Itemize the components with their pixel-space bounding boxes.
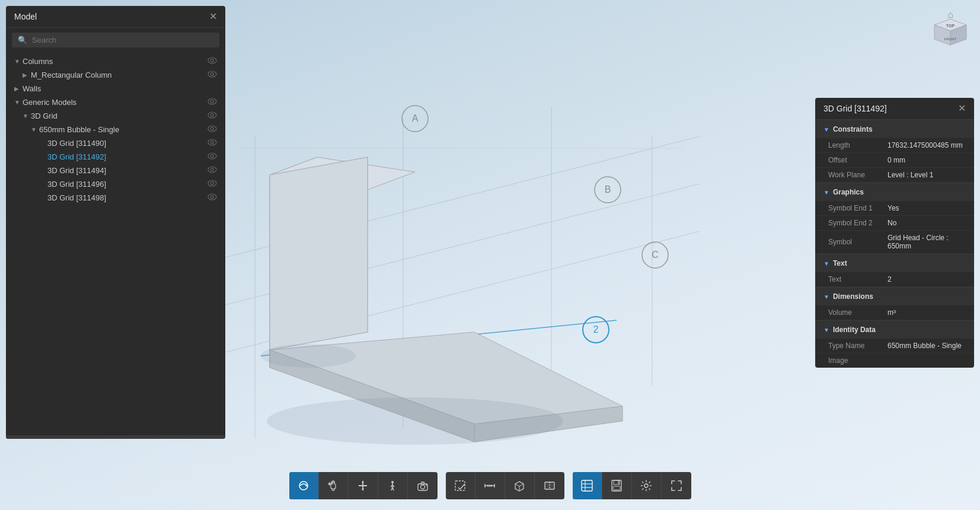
tree-item-grid-311498[interactable]: 3D Grid [311498]: [6, 191, 225, 205]
svg-point-68: [426, 485, 427, 486]
eye-icon[interactable]: [208, 111, 217, 120]
tree-item-label: Walls: [23, 84, 41, 93]
section-label: Graphics: [833, 188, 864, 196]
prop-label: Length: [828, 141, 888, 149]
tree-item-3d-grid[interactable]: ▼3D Grid: [6, 109, 225, 123]
fullscreen-button[interactable]: [662, 472, 691, 499]
slice-button[interactable]: [535, 472, 564, 499]
prop-label: Image: [828, 356, 888, 365]
right-panel-close-icon[interactable]: ✕: [958, 104, 966, 113]
tree-item-grid-311494[interactable]: 3D Grid [311494]: [6, 164, 225, 177]
section-header-constraints[interactable]: ▼Constraints: [815, 120, 974, 138]
search-input[interactable]: [32, 36, 213, 44]
tree-item-label: Columns: [23, 57, 53, 66]
right-panel: 3D Grid [311492] ✕ ▼ConstraintsLength176…: [815, 98, 974, 368]
svg-point-40: [208, 112, 216, 118]
tree-item-walls[interactable]: ▶Walls: [6, 82, 225, 95]
svg-point-45: [211, 141, 214, 144]
svg-point-67: [420, 485, 424, 489]
section-label: Constraints: [833, 125, 873, 133]
tree-caret: ▼: [14, 58, 23, 65]
toolbar-group-tools: [446, 472, 564, 499]
section-header-identity-data[interactable]: ▼Identity Data: [815, 320, 974, 339]
tree-caret: ▶: [14, 85, 23, 92]
svg-point-36: [208, 71, 216, 77]
settings-button[interactable]: [632, 472, 662, 499]
bottom-toolbar: [289, 472, 691, 499]
svg-point-48: [208, 167, 216, 173]
svg-line-76: [515, 484, 519, 486]
svg-point-51: [211, 182, 214, 185]
prop-value: 2: [888, 275, 966, 283]
svg-text:B: B: [605, 184, 611, 195]
measure-button[interactable]: [475, 472, 505, 499]
left-panel: Model ✕ 🔍 ▼Columns▶M_Rectangular Column▶…: [6, 6, 225, 439]
svg-point-27: [261, 344, 356, 368]
tree-item-label: 3D Grid [311496]: [47, 180, 106, 189]
prop-row: Length17632.1475000485 mm: [815, 138, 974, 153]
tree-item-grid-311492[interactable]: 3D Grid [311492]: [6, 150, 225, 164]
prop-label: Volume: [828, 308, 888, 317]
tree-item-label: M_Rectangular Column: [31, 71, 112, 79]
prop-label: Offset: [828, 156, 888, 164]
section-caret: ▼: [823, 189, 829, 196]
prop-label: Text: [828, 275, 888, 283]
svg-point-34: [208, 58, 216, 63]
section-caret: ▼: [823, 126, 829, 133]
camera-button[interactable]: [408, 472, 438, 499]
tree-item-grid-311490[interactable]: 3D Grid [311490]: [6, 136, 225, 150]
eye-icon[interactable]: [208, 57, 217, 66]
section-box-button[interactable]: [505, 472, 535, 499]
section-header-graphics[interactable]: ▼Graphics: [815, 183, 974, 201]
panel-title: Model: [14, 12, 37, 21]
svg-marker-58: [362, 480, 364, 483]
pan-button[interactable]: [319, 472, 349, 499]
tree-item-m-rect-col[interactable]: ▶M_Rectangular Column: [6, 68, 225, 82]
tree-item-columns[interactable]: ▼Columns: [6, 55, 225, 68]
eye-icon[interactable]: [208, 125, 217, 134]
prop-label: Type Name: [828, 342, 888, 350]
tree-item-grid-311496[interactable]: 3D Grid [311496]: [6, 177, 225, 191]
view-cube[interactable]: ⌂ TOP FRONT: [930, 6, 971, 47]
prop-label: Symbol: [828, 238, 888, 246]
tree-caret: ▼: [14, 99, 23, 106]
eye-icon[interactable]: [208, 152, 217, 161]
eye-icon[interactable]: [208, 180, 217, 189]
tree-item-650-bubble[interactable]: ▼650mm Bubble - Single: [6, 123, 225, 136]
svg-point-39: [211, 100, 214, 103]
eye-icon[interactable]: [208, 139, 217, 148]
eye-icon[interactable]: [208, 166, 217, 175]
svg-point-38: [208, 98, 216, 104]
prop-row: Volumem³: [815, 305, 974, 320]
model-tree-button[interactable]: [573, 472, 602, 499]
select-box-button[interactable]: [446, 472, 475, 499]
tree-item-label: 3D Grid: [31, 111, 58, 120]
svg-point-49: [211, 168, 214, 171]
eye-icon[interactable]: [208, 98, 217, 107]
save-view-button[interactable]: [602, 472, 632, 499]
svg-point-42: [208, 126, 216, 132]
tree-item-label: 3D Grid [311494]: [47, 166, 106, 175]
svg-point-37: [211, 73, 214, 76]
zoom-button[interactable]: [349, 472, 378, 499]
resize-handle[interactable]: [6, 435, 225, 439]
walk-button[interactable]: [378, 472, 408, 499]
close-icon[interactable]: ✕: [209, 12, 217, 21]
svg-text:TOP: TOP: [946, 24, 955, 28]
orbit-button[interactable]: [289, 472, 319, 499]
tree-caret: ▼: [23, 113, 31, 119]
prop-label: Work Plane: [828, 171, 888, 179]
prop-value: m³: [888, 308, 966, 317]
tree-item-generic-models[interactable]: ▼Generic Models: [6, 95, 225, 109]
search-bar[interactable]: 🔍: [12, 33, 219, 47]
svg-point-43: [211, 128, 214, 130]
eye-icon[interactable]: [208, 71, 217, 79]
section-header-text[interactable]: ▼Text: [815, 254, 974, 272]
section-header-dimensions[interactable]: ▼Dimensions: [815, 287, 974, 305]
search-icon: 🔍: [18, 36, 27, 44]
prop-value: Yes: [888, 204, 966, 212]
eye-icon[interactable]: [208, 193, 217, 202]
svg-rect-87: [613, 486, 620, 490]
right-panel-title: 3D Grid [311492]: [823, 104, 887, 113]
svg-point-35: [211, 59, 214, 62]
